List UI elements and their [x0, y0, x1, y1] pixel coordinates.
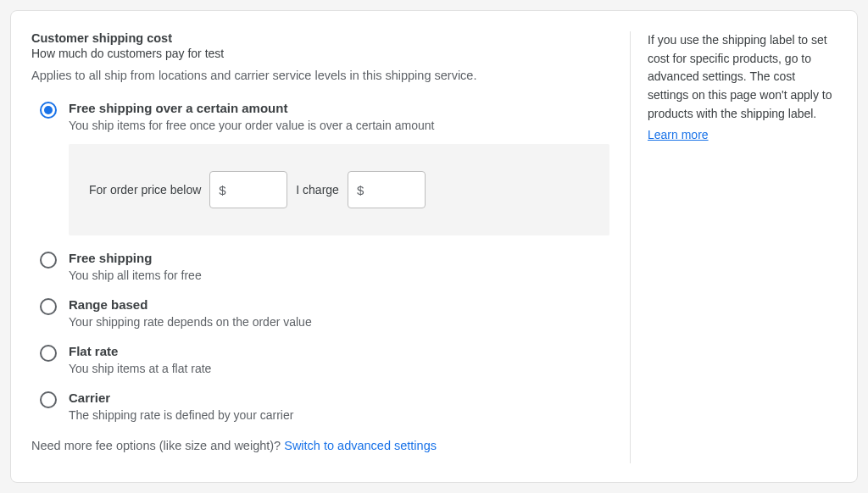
option-carrier[interactable]: Carrier The shipping rate is defined by … [40, 391, 609, 427]
option-range-based[interactable]: Range based Your shipping rate depends o… [40, 297, 609, 334]
svg-point-2 [41, 252, 56, 268]
option-free-shipping[interactable]: Free shipping You ship all items for fre… [40, 251, 609, 287]
switch-to-advanced-link[interactable]: Switch to advanced settings [284, 439, 437, 452]
order-price-below-field[interactable] [230, 182, 279, 197]
option-flat-rate[interactable]: Flat rate You ship items at a flat rate [40, 344, 609, 380]
threshold-panel: For order price below $ I charge $ [69, 144, 609, 235]
option-description: Your shipping rate depends on the order … [69, 315, 609, 329]
svg-point-1 [44, 106, 53, 114]
option-title: Free shipping over a certain amount [69, 101, 609, 115]
label-order-price-below: For order price below [89, 183, 201, 197]
sidebar-text: If you use the shipping label to set cos… [648, 31, 837, 123]
sidebar-info: If you use the shipping label to set cos… [630, 31, 837, 463]
page-title: Customer shipping cost [31, 31, 609, 45]
svg-point-3 [41, 299, 56, 314]
option-description: You ship items for free once your order … [69, 119, 609, 132]
svg-point-4 [41, 346, 56, 361]
option-title: Flat rate [69, 344, 609, 358]
shipping-options: Free shipping over a certain amount You … [31, 101, 609, 427]
footer-question: Need more fee options (like size and wei… [31, 439, 284, 452]
main-panel: Customer shipping cost How much do custo… [31, 31, 609, 463]
learn-more-link[interactable]: Learn more [648, 128, 709, 141]
radio-unselected-icon [40, 391, 57, 408]
option-description: You ship items at a flat rate [69, 362, 609, 375]
option-title: Range based [69, 297, 609, 312]
page-subtitle: How much do customers pay for test [31, 47, 609, 60]
currency-prefix: $ [357, 183, 364, 197]
charge-amount-input[interactable]: $ [348, 171, 426, 208]
option-title: Carrier [69, 391, 609, 405]
radio-unselected-icon [40, 345, 57, 362]
order-price-below-input[interactable]: $ [209, 171, 287, 208]
option-description: You ship all items for free [69, 269, 609, 282]
label-i-charge: I charge [296, 183, 339, 197]
option-free-shipping-over-amount[interactable]: Free shipping over a certain amount You … [40, 101, 609, 235]
radio-selected-icon [40, 102, 57, 119]
applies-text: Applies to all ship from locations and c… [31, 69, 609, 82]
option-description: The shipping rate is defined by your car… [69, 408, 609, 422]
svg-point-5 [41, 392, 56, 407]
option-title: Free shipping [69, 251, 609, 265]
radio-unselected-icon [40, 298, 57, 315]
shipping-cost-card: Customer shipping cost How much do custo… [10, 10, 858, 483]
radio-unselected-icon [40, 252, 57, 269]
charge-amount-field[interactable] [367, 182, 416, 197]
footer: Need more fee options (like size and wei… [31, 439, 609, 452]
currency-prefix: $ [219, 183, 225, 197]
